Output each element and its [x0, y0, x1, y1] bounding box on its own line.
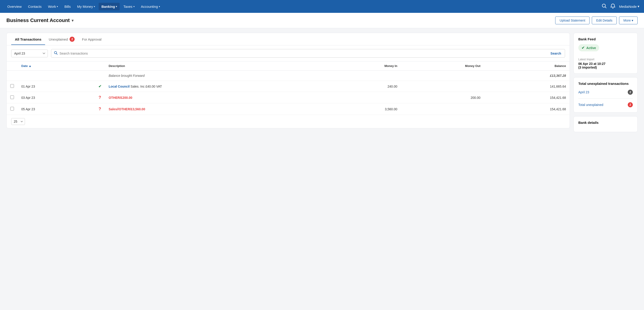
row-money-in	[327, 92, 401, 103]
unexplained-card: Total unexplained transactions April 23 …	[574, 77, 638, 113]
taxes-chevron-icon: ▾	[134, 5, 134, 8]
table-row: 05 Apr 23 ? Sales//OTHER/£3,560.00 3,560…	[7, 103, 570, 115]
row-checkbox[interactable]	[10, 107, 14, 110]
user-chevron-icon: ▾	[638, 4, 640, 9]
description-rest: Sales. Inc £40.00 VAT	[130, 85, 162, 88]
nav-item-bills[interactable]: Bills	[62, 3, 74, 10]
search-bar-icon	[54, 51, 58, 56]
question-icon: ?	[99, 95, 101, 100]
nav-item-contacts[interactable]: Contacts	[26, 3, 44, 10]
svg-line-1	[605, 7, 606, 8]
total-unexplained-badge: 2	[628, 102, 633, 107]
th-balance: Balance	[484, 61, 570, 71]
filter-bar: April 23 March 23 February 23 January 23…	[7, 45, 570, 61]
unexplained-row-april: April 23 2	[578, 89, 633, 96]
total-unexplained-link[interactable]: Total unexplained	[578, 103, 603, 107]
question-icon: ?	[99, 107, 101, 111]
top-navigation: Overview Contacts Work ▾ Bills My Money …	[0, 0, 644, 13]
row-description: Sales//OTHER/£3,560.00	[105, 103, 327, 115]
row-balance: 154,421.68	[484, 92, 570, 103]
active-check-icon: ✔	[582, 46, 584, 50]
table-row: 03 Apr 23 ? OTHER/£200.00 200.00 154,421…	[7, 92, 570, 103]
row-money-out	[401, 103, 484, 115]
row-money-out: 200.00	[401, 92, 484, 103]
tab-unexplained[interactable]: Unexplained 2	[45, 33, 78, 45]
row-checkbox[interactable]	[10, 84, 14, 88]
right-panel: Bank Feed ✔ Active Latest Import 06 Apr …	[574, 33, 638, 132]
bank-feed-card: Bank Feed ✔ Active Latest Import 06 Apr …	[574, 33, 638, 74]
th-money-out: Money Out	[401, 61, 484, 71]
row-description: OTHER/£200.00	[105, 92, 327, 103]
unexplained-badge: 2	[70, 37, 74, 42]
nav-menu: Overview Contacts Work ▾ Bills My Money …	[4, 3, 602, 10]
search-input[interactable]	[60, 52, 548, 55]
transaction-tabs: All Transactions Unexplained 2 For Appro…	[7, 33, 570, 45]
sort-asc-icon: ▲	[28, 64, 32, 68]
row-date: 03 Apr 23	[18, 92, 95, 103]
nav-item-overview[interactable]: Overview	[4, 3, 24, 10]
nav-item-banking[interactable]: Banking ▾	[99, 3, 120, 10]
nav-item-taxes[interactable]: Taxes ▾	[120, 3, 137, 10]
banking-chevron-icon: ▾	[116, 5, 117, 8]
pagination-bar: 25 10 50 100	[7, 115, 570, 128]
th-description: Description	[105, 61, 327, 71]
edit-details-button[interactable]: Edit Details	[592, 17, 617, 24]
nav-item-my-money[interactable]: My Money ▾	[74, 3, 98, 10]
latest-import-label: Latest Import	[578, 58, 633, 61]
description-link[interactable]: Sales//OTHER/£3,560.00	[109, 107, 145, 111]
th-status	[95, 61, 105, 71]
row-date: 01 Apr 23	[18, 81, 95, 92]
latest-import-value: 06 Apr 23 at 10:27	[578, 62, 633, 66]
search-icon[interactable]	[602, 4, 607, 10]
page-header: Business Current Account ▾ Upload Statem…	[0, 13, 644, 28]
row-money-out	[401, 81, 484, 92]
nav-item-accounting[interactable]: Accounting ▾	[138, 3, 163, 10]
description-link[interactable]: OTHER/£200.00	[109, 96, 132, 99]
search-bar: Search	[51, 49, 565, 58]
bank-details-title: Bank details	[578, 121, 633, 124]
bank-feed-status: ✔ Active	[578, 44, 599, 51]
tick-icon: ✔	[98, 84, 102, 88]
row-money-in: 240.00	[327, 81, 401, 92]
row-checkbox[interactable]	[10, 95, 14, 99]
row-description: Local Council Sales. Inc £40.00 VAT	[105, 81, 327, 92]
svg-line-3	[56, 54, 58, 55]
per-page-select[interactable]: 25 10 50 100	[11, 118, 25, 125]
user-menu[interactable]: MediaNode ▾	[619, 4, 640, 9]
card-divider	[578, 98, 633, 99]
row-balance: 141,665.64	[484, 81, 570, 92]
more-button[interactable]: More ▾	[619, 17, 638, 24]
table-row: 01 Apr 23 ✔ Local Council Sales. Inc £40…	[7, 81, 570, 92]
description-link[interactable]: Local Council	[109, 85, 130, 88]
main-layout: All Transactions Unexplained 2 For Appro…	[0, 28, 644, 137]
unexplained-title: Total unexplained transactions	[578, 82, 633, 86]
tab-for-approval[interactable]: For Approval	[78, 34, 105, 45]
work-chevron-icon: ▾	[57, 5, 58, 8]
latest-import-suffix: (3 imported)	[578, 66, 633, 69]
row-balance: 154,421.68	[484, 103, 570, 115]
th-date[interactable]: Date ▲	[18, 61, 95, 71]
nav-right-actions: MediaNode ▾	[602, 4, 640, 10]
balance-forward-row: Balance brought Forward £13,367.28	[7, 71, 570, 81]
bank-details-card: Bank details	[574, 116, 638, 132]
page-title[interactable]: Business Current Account ▾	[6, 18, 74, 23]
more-chevron-icon: ▾	[632, 19, 633, 22]
nav-item-work[interactable]: Work ▾	[45, 3, 61, 10]
unexplained-april-badge: 2	[628, 90, 633, 95]
bell-icon[interactable]	[610, 4, 616, 10]
row-money-in: 3,560.00	[327, 103, 401, 115]
row-date: 05 Apr 23	[18, 103, 95, 115]
search-button[interactable]: Search	[550, 52, 562, 55]
tab-all-transactions[interactable]: All Transactions	[11, 34, 45, 45]
header-actions: Upload Statement Edit Details More ▾	[555, 17, 638, 24]
th-checkbox	[7, 61, 18, 71]
bank-feed-title: Bank Feed	[578, 37, 633, 41]
upload-statement-button[interactable]: Upload Statement	[555, 17, 590, 24]
page-title-chevron-icon: ▾	[72, 18, 74, 23]
unexplained-row-total: Total unexplained 2	[578, 101, 633, 108]
transactions-table-wrap: Date ▲ Description Money In Money Out Ba…	[7, 61, 570, 115]
th-money-in: Money In	[327, 61, 401, 71]
transactions-panel: All Transactions Unexplained 2 For Appro…	[6, 33, 570, 128]
unexplained-april-link[interactable]: April 23	[578, 90, 589, 94]
date-filter-select[interactable]: April 23 March 23 February 23 January 23	[11, 50, 48, 57]
